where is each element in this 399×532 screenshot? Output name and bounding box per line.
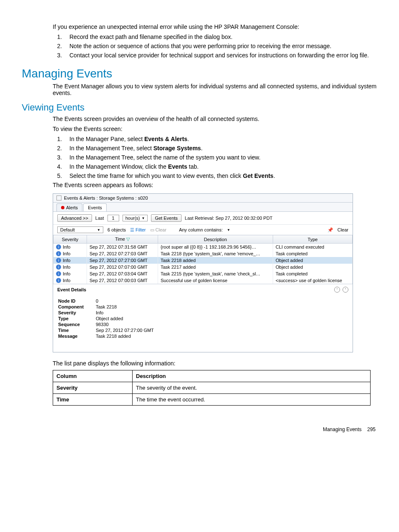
footer-label: Managing Events <box>323 427 362 432</box>
last-retrieval: Last Retrieval: Sep 27, 2012 00:32:00 PD… <box>185 216 273 221</box>
info-icon: i <box>56 265 61 270</box>
list-item: In the Management Window, click the Even… <box>64 163 377 170</box>
page-number: 295 <box>367 427 376 432</box>
unit-select[interactable]: hour(s)▼ <box>123 215 148 221</box>
table-row[interactable]: iInfoSep 27, 2012 07:03:04 GMTTask 2215 … <box>54 270 353 277</box>
info-icon: i <box>56 251 61 256</box>
tab-alerts[interactable]: Alerts <box>56 203 82 211</box>
paragraph: To view the Events screen: <box>53 126 377 132</box>
page-footer: Managing Events 295 <box>22 427 377 432</box>
last-label: Last <box>95 216 104 221</box>
sort-desc-icon: ▽ <box>126 236 130 242</box>
collapse-up-icon[interactable]: ˄ <box>334 287 340 293</box>
chevron-down-icon: ▼ <box>97 228 100 232</box>
table-row[interactable]: iInfoSep 27, 2012 07:27:00 GMTTask 2218 … <box>54 257 353 264</box>
th-column: Column <box>53 370 133 382</box>
info-icon: i <box>56 258 61 263</box>
filter-icon: ☰ <box>130 227 134 232</box>
events-table: Severity Time ▽ Description Type iInfoSe… <box>53 235 353 284</box>
info-icon: i <box>56 244 61 249</box>
table-row[interactable]: iInfoSep 27, 2012 07:00:03 GMTSuccessful… <box>54 277 353 284</box>
chevron-down-icon: ▼ <box>141 216 145 220</box>
detail-row: TypeObject added <box>58 316 348 321</box>
th-description: Description <box>133 370 371 382</box>
pin-icon[interactable]: 📌 <box>327 227 333 233</box>
detail-row: Sequence98330 <box>58 322 348 327</box>
details-title: Event Details <box>57 287 86 292</box>
h1-managing-events: Managing Events <box>22 67 377 80</box>
col-type[interactable]: Type <box>273 235 353 244</box>
window-title: Events & Alerts : Storage Systems : s020 <box>64 195 148 200</box>
paragraph: The Events screen provides an overview o… <box>53 116 377 122</box>
object-count: 6 objects <box>107 227 126 232</box>
tabs: Alerts Events <box>53 203 353 211</box>
advanced-button[interactable]: Advanced >> <box>57 214 92 222</box>
list-item: Select the time frame for which you want… <box>64 172 377 179</box>
last-input[interactable]: 1 <box>107 215 119 221</box>
paragraph: The list pane displays the following inf… <box>53 360 377 367</box>
table-row: Severity The severity of the event. <box>53 382 371 394</box>
events-screen: Events & Alerts : Storage Systems : s020… <box>53 193 353 352</box>
chevron-down-icon[interactable]: ▼ <box>227 228 230 232</box>
paragraph: The Event Manager allows you to view sys… <box>53 83 377 96</box>
filter-link[interactable]: ☰ Filter <box>130 227 146 233</box>
detail-row: ComponentTask 2218 <box>58 304 348 309</box>
detail-row: MessageTask 2218 added <box>58 334 348 339</box>
intro-list: Record the exact path and filename speci… <box>53 33 377 59</box>
details-header: Event Details ˄ ˅ <box>53 284 353 295</box>
clear-search[interactable]: Clear <box>338 227 348 232</box>
expand-down-icon[interactable]: ˅ <box>343 287 348 293</box>
col-description[interactable]: Description <box>158 235 273 244</box>
paragraph: The Events screen appears as follows: <box>53 182 377 188</box>
col-severity[interactable]: Severity <box>54 235 87 244</box>
table-row[interactable]: iInfoSep 27, 2012 07:31:58 GMT{root supe… <box>54 244 353 251</box>
toolbar-filter: Default▼ 6 objects ☰ Filter ▭ Clear Any … <box>53 224 353 235</box>
eraser-icon: ▭ <box>150 227 154 232</box>
list-item: In the Management Tree, select the name … <box>64 154 377 161</box>
steps-list: In the Manager Pane, select Events & Ale… <box>53 136 377 179</box>
get-events-button[interactable]: Get Events <box>151 214 181 222</box>
column-description-table: Column Description Severity The severity… <box>53 370 371 406</box>
list-item: Contact your local service provider for … <box>64 52 377 59</box>
detail-row: Node ID0 <box>58 298 348 303</box>
alert-icon <box>61 206 64 209</box>
list-item: Record the exact path and filename speci… <box>64 33 377 40</box>
anycol-label: Any column contains: <box>179 227 223 232</box>
info-icon: i <box>56 278 61 283</box>
table-row[interactable]: iInfoSep 27, 2012 07:07:00 GMTTask 2217 … <box>54 264 353 270</box>
info-icon: i <box>56 271 61 276</box>
details-body: Node ID0ComponentTask 2218SeverityInfoTy… <box>53 295 353 352</box>
h2-viewing-events: Viewing Events <box>22 102 377 113</box>
table-row[interactable]: iInfoSep 27, 2012 07:27:03 GMTTask 2218 … <box>54 250 353 257</box>
list-item: In the Management Tree, select Storage S… <box>64 145 377 152</box>
window-icon <box>56 195 61 200</box>
table-row: Time The time the event occurred. <box>53 394 371 406</box>
list-item: Note the action or sequence of actions t… <box>64 43 377 49</box>
detail-row: TimeSep 27, 2012 07:27:00 GMT <box>58 328 348 333</box>
tab-events[interactable]: Events <box>83 203 107 211</box>
intro-lead: If you experience an unexpected internal… <box>53 23 377 30</box>
toolbar-query: Advanced >> Last 1 hour(s)▼ Get Events L… <box>53 211 353 224</box>
view-select[interactable]: Default▼ <box>57 226 103 233</box>
titlebar: Events & Alerts : Storage Systems : s020 <box>53 194 353 203</box>
clear-link[interactable]: ▭ Clear <box>150 227 166 233</box>
list-item: In the Manager Pane, select Events & Ale… <box>64 136 377 142</box>
detail-row: SeverityInfo <box>58 310 348 315</box>
col-time[interactable]: Time ▽ <box>87 235 158 244</box>
